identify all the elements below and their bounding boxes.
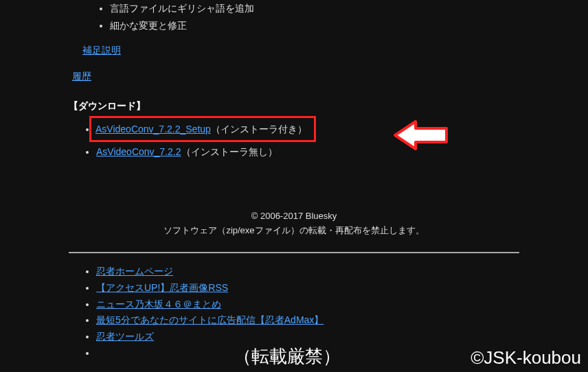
footer-link-item: 【アクセスUP!】忍者画像RSS xyxy=(96,280,588,297)
download-item: AsVideoConv_7.2.2（インストーラ無し） xyxy=(96,142,588,161)
redistribution-notice: ソフトウェア（zip/exeファイル）の転載・再配布を禁止します。 xyxy=(0,224,588,238)
download-item: AsVideoConv_7.2.2_Setup（インストーラ付き） xyxy=(96,116,588,142)
download-list: AsVideoConv_7.2.2_Setup（インストーラ付き） AsVide… xyxy=(69,116,588,161)
footer-link-admax[interactable]: 最短5分であなたのサイトに広告配信【忍者AdMax】 xyxy=(96,314,324,325)
footer-link-access-up[interactable]: 【アクセスUP!】忍者画像RSS xyxy=(96,282,228,293)
download-link-noinstaller[interactable]: AsVideoConv_7.2.2 xyxy=(96,146,181,157)
download-note: （インストーラ付き） xyxy=(211,124,307,135)
footer-link-ninja-homepage[interactable]: 忍者ホームページ xyxy=(96,266,173,277)
watermark-right: ©JSK-koubou xyxy=(471,347,581,369)
download-heading: 【ダウンロード】 xyxy=(69,100,588,113)
changelog-item: 細かな変更と修正 xyxy=(110,17,519,34)
footer-link-item: 最短5分であなたのサイトに広告配信【忍者AdMax】 xyxy=(96,312,588,329)
download-note: （インストーラ無し） xyxy=(181,146,278,157)
copyright-text: © 2006-2017 Bluesky xyxy=(0,209,588,224)
watermark-left: （転載厳禁） xyxy=(234,345,341,369)
footer-divider xyxy=(69,252,519,253)
footer-link-item: 忍者ホームページ xyxy=(96,264,588,280)
changelog-list: 言語ファイルにギリシャ語を追加 細かな変更と修正 xyxy=(82,0,519,34)
supplemental-note-link[interactable]: 補足説明 xyxy=(82,45,121,56)
footer-link-nogizaka[interactable]: ニュース乃木坂４６＠まとめ xyxy=(96,299,221,310)
download-link-setup[interactable]: AsVideoConv_7.2.2_Setup xyxy=(95,124,211,135)
footer-link-item: ニュース乃木坂４６＠まとめ xyxy=(96,297,588,313)
pointer-arrow-icon xyxy=(392,118,453,154)
history-link[interactable]: 履歴 xyxy=(72,71,91,82)
footer-link-item: 忍者ツールズ xyxy=(96,329,588,345)
changelog-item: 言語ファイルにギリシャ語を追加 xyxy=(110,0,519,17)
footer-link-ninja-tools[interactable]: 忍者ツールズ xyxy=(96,331,154,342)
